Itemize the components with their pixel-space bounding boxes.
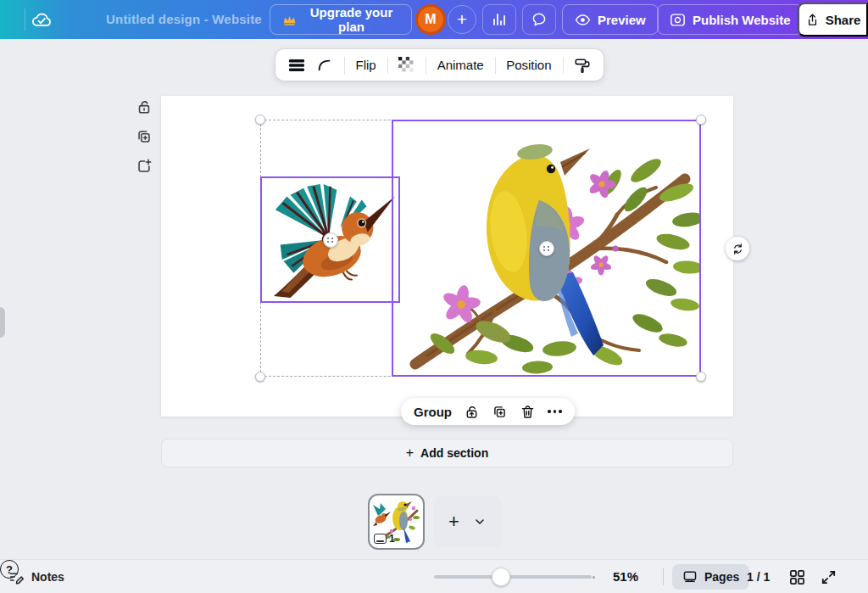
insights-button[interactable] bbox=[482, 4, 516, 35]
chevron-down-icon[interactable] bbox=[473, 515, 487, 529]
page-1-thumbnail[interactable]: 1 bbox=[368, 494, 425, 550]
grid-view-button[interactable] bbox=[788, 568, 806, 586]
statusbar-separator bbox=[663, 568, 664, 585]
notes-button[interactable]: Notes bbox=[8, 560, 64, 593]
flip-button[interactable]: Flip bbox=[355, 58, 376, 72]
saved-cloud-check-icon[interactable] bbox=[31, 9, 53, 30]
topbar-divider bbox=[25, 8, 25, 31]
position-button[interactable]: Position bbox=[506, 58, 551, 72]
zoom-percentage[interactable]: 51% bbox=[613, 560, 638, 593]
publish-website-icon bbox=[670, 13, 686, 27]
comment-bubble-icon bbox=[531, 11, 548, 28]
add-page-button[interactable]: + bbox=[433, 495, 502, 547]
duplicate-button[interactable] bbox=[492, 404, 508, 420]
rotate-icon bbox=[732, 243, 744, 255]
canva-editor: Untitled design - Website Upgrade your p… bbox=[0, 0, 868, 593]
page-count: 1 / 1 bbox=[747, 560, 770, 593]
avatar[interactable]: M bbox=[415, 4, 446, 35]
preview-button[interactable]: Preview bbox=[562, 4, 659, 35]
zoom-slider[interactable] bbox=[434, 575, 592, 579]
status-bar: Notes 51% Pages 1 / 1 bbox=[0, 559, 868, 593]
pages-panel-button[interactable]: Pages bbox=[672, 564, 749, 590]
more-options-button[interactable] bbox=[548, 410, 562, 413]
page-number-badge: 1 bbox=[374, 533, 395, 545]
plus-icon: + bbox=[406, 445, 414, 461]
group-button[interactable]: Group bbox=[414, 405, 452, 419]
sidebar-toggle-sliver[interactable] bbox=[0, 307, 5, 338]
selection-action-bar: Group bbox=[401, 398, 575, 425]
move-to-page-icon[interactable] bbox=[136, 158, 153, 175]
design-title[interactable]: Untitled design - Website bbox=[106, 0, 262, 39]
share-button[interactable]: Share bbox=[798, 3, 868, 36]
resize-handle-bottom-left[interactable] bbox=[255, 372, 265, 382]
plus-icon: + bbox=[448, 511, 459, 533]
upgrade-plan-button[interactable]: Upgrade your plan bbox=[270, 4, 412, 35]
resize-handle-top-left[interactable] bbox=[255, 115, 265, 125]
bar-chart-icon bbox=[491, 11, 508, 28]
share-upload-icon bbox=[805, 13, 820, 27]
delete-button[interactable] bbox=[520, 404, 536, 420]
add-member-button[interactable]: + bbox=[448, 5, 476, 34]
copy-style-roller-icon[interactable] bbox=[574, 56, 591, 75]
desktop-page-icon bbox=[374, 534, 387, 544]
resize-handle-bottom-right[interactable] bbox=[696, 372, 706, 382]
layers-hamburger-icon[interactable] bbox=[288, 56, 305, 75]
lock-button[interactable] bbox=[464, 404, 480, 420]
context-toolbar: Flip Animate Position bbox=[275, 49, 604, 81]
add-section-button[interactable]: + Add section bbox=[161, 439, 733, 467]
drag-handle-bird-branch[interactable] bbox=[539, 241, 554, 256]
transparency-checker-icon[interactable] bbox=[398, 56, 415, 75]
crown-icon bbox=[282, 14, 297, 26]
unlock-icon[interactable] bbox=[136, 98, 153, 115]
topbar: Untitled design - Website Upgrade your p… bbox=[0, 0, 868, 39]
pages-icon bbox=[682, 569, 698, 585]
corner-rounding-icon[interactable] bbox=[316, 56, 333, 75]
drag-handle-hummingbird[interactable] bbox=[323, 232, 338, 248]
design-page[interactable] bbox=[161, 96, 733, 417]
animate-button[interactable]: Animate bbox=[437, 58, 484, 72]
publish-website-button[interactable]: Publish Website bbox=[657, 4, 804, 35]
duplicate-icon[interactable] bbox=[136, 128, 153, 145]
eye-icon bbox=[575, 14, 591, 26]
rotate-handle[interactable] bbox=[726, 237, 749, 260]
resize-handle-top-right[interactable] bbox=[696, 115, 706, 125]
fullscreen-button[interactable] bbox=[820, 568, 837, 586]
element-quick-actions bbox=[136, 98, 153, 175]
comments-button[interactable] bbox=[522, 4, 556, 35]
zoom-slider-handle[interactable] bbox=[492, 568, 510, 586]
notes-icon bbox=[8, 569, 25, 585]
